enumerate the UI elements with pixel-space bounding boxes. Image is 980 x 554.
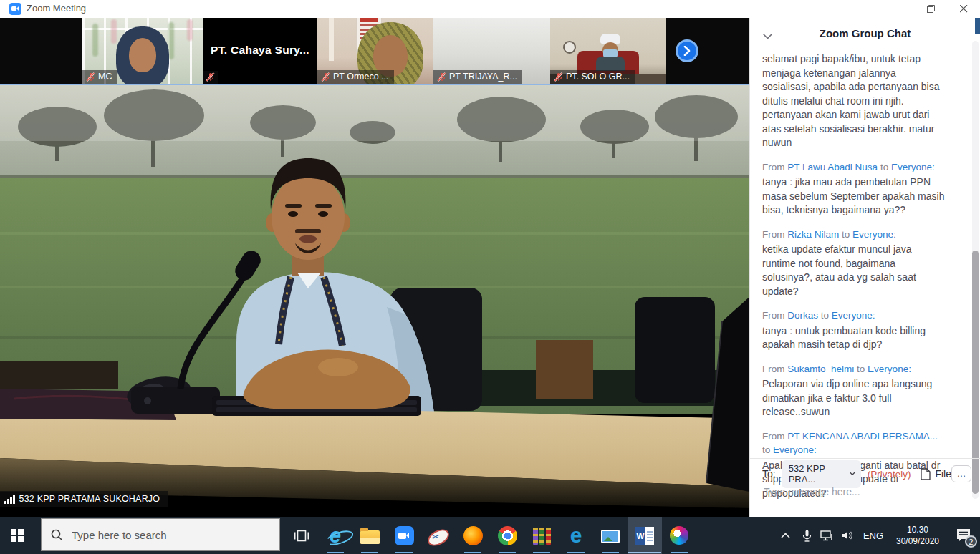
taskbar-app-snipping-tool[interactable] xyxy=(421,517,456,554)
participant-name-centered: PT. Cahaya Sury... xyxy=(203,44,317,57)
taskbar-app-paint-3d[interactable] xyxy=(662,517,696,554)
file-explorer-icon xyxy=(360,530,380,544)
sender-name[interactable]: Dorkas xyxy=(787,310,818,321)
more-options-button[interactable]: … xyxy=(951,465,971,482)
taskbar-app-word[interactable]: W xyxy=(628,517,662,554)
chat-scrollbar-thumb[interactable] xyxy=(972,251,979,494)
internet-explorer-icon: e xyxy=(330,526,341,545)
taskbar-app-file-explorer[interactable] xyxy=(352,517,387,554)
zoom-app-icon xyxy=(9,3,21,15)
chevron-down-icon xyxy=(850,472,855,476)
photos-icon xyxy=(601,530,620,543)
word-icon: W xyxy=(635,527,654,545)
chat-message: From Dorkas to Everyone: tanya : untuk p… xyxy=(762,308,947,352)
taskbar-app-zoom[interactable] xyxy=(387,517,421,554)
restore-button[interactable] xyxy=(914,0,947,18)
notification-badge: 2 xyxy=(965,535,977,548)
muted-mic-icon xyxy=(321,72,330,82)
chat-message: From PT Lawu Abadi Nusa to Everyone: tan… xyxy=(762,160,947,218)
tray-time: 10.30 xyxy=(896,524,939,535)
chat-message: From Sukamto_helmi to Everyone: Pelapora… xyxy=(762,362,947,419)
participant-tile-trijaya[interactable]: PT TRIJAYA_R... xyxy=(433,18,550,84)
edge-icon: e xyxy=(570,526,582,545)
chat-message-input[interactable] xyxy=(762,485,966,498)
windows-logo-icon xyxy=(11,529,24,542)
chevron-right-icon xyxy=(683,46,691,56)
sender-name[interactable]: Sukamto_helmi xyxy=(787,364,854,374)
file-icon xyxy=(921,468,931,480)
close-button[interactable] xyxy=(947,0,980,18)
participant-thumbnail-strip: MC PT. Cahaya Sury... PT Ormeco ... xyxy=(0,18,749,84)
taskbar-app-internet-explorer[interactable]: e xyxy=(318,517,352,554)
participant-tile-ormeco[interactable]: PT Ormeco ... xyxy=(317,18,433,84)
network-icon xyxy=(820,530,833,541)
taskbar-search-box[interactable] xyxy=(41,518,280,551)
sender-name[interactable]: PT Lawu Abadi Nusa xyxy=(787,162,878,172)
tray-network[interactable] xyxy=(817,517,837,554)
taskbar-app-chrome[interactable] xyxy=(490,517,524,554)
window-title-bar: Zoom Meeting xyxy=(0,0,980,18)
zoom-icon xyxy=(395,526,414,545)
taskbar-app-winrar[interactable] xyxy=(524,517,559,554)
snipping-tool-icon xyxy=(425,526,452,550)
muted-mic-icon xyxy=(86,72,95,82)
chat-panel: Zoom Group Chat selamat pagi bapak/ibu, … xyxy=(749,18,980,517)
recipient-name[interactable]: Everyone: xyxy=(773,444,817,455)
start-button[interactable] xyxy=(0,517,34,554)
tray-clock[interactable]: 10.3030/09/2020 xyxy=(888,517,947,554)
privately-label: (Privately) xyxy=(868,469,911,480)
windows-taskbar: e e W ENG 10.3030/09/2020 2 xyxy=(0,517,980,554)
action-center-button[interactable]: 2 xyxy=(947,517,980,554)
task-view-button[interactable] xyxy=(286,517,317,554)
file-button[interactable]: File xyxy=(921,468,951,480)
recipient-name[interactable]: Everyone: xyxy=(832,310,875,321)
microphone-icon xyxy=(802,530,812,542)
chat-message-list: selamat pagi bapak/ibu, untuk tetap menj… xyxy=(762,52,947,510)
tray-language[interactable]: ENG xyxy=(858,517,888,554)
to-label: To: xyxy=(762,468,776,480)
taskbar-app-edge[interactable]: e xyxy=(559,517,593,554)
participant-name-tag: PT TRIJAYA_R... xyxy=(433,70,522,84)
firefox-icon xyxy=(463,526,483,545)
main-speaker-video xyxy=(0,85,749,508)
participant-name-tag: PT Ormeco ... xyxy=(317,70,394,84)
taskbar-app-photos[interactable] xyxy=(593,517,628,554)
tray-date: 30/09/2020 xyxy=(896,535,939,547)
chat-title: Zoom Group Chat xyxy=(750,27,980,39)
chevron-up-icon xyxy=(781,533,790,538)
participant-name-tag: MC xyxy=(82,70,117,84)
sender-name[interactable]: PT KENCANA ABADI BERSAMA... xyxy=(787,431,938,442)
participant-muted-tag xyxy=(203,71,218,84)
participant-tile-mc[interactable]: MC xyxy=(82,18,203,84)
muted-mic-icon xyxy=(206,72,215,82)
minimize-button[interactable] xyxy=(881,0,914,18)
chat-message: From Rizka Nilam to Everyone: ketika upd… xyxy=(762,228,947,299)
search-icon xyxy=(51,529,63,541)
recipient-name[interactable]: Everyone: xyxy=(868,364,911,374)
participant-name-tag: PT. SOLO GR... xyxy=(550,70,635,84)
system-tray: ENG 10.3030/09/2020 2 xyxy=(773,517,980,554)
tray-microphone[interactable] xyxy=(797,517,817,554)
signal-bars-icon xyxy=(4,495,15,504)
recipient-name[interactable]: Everyone: xyxy=(891,162,935,172)
participant-tile-solo[interactable]: PT. SOLO GR... xyxy=(550,18,666,84)
search-input[interactable] xyxy=(70,528,252,542)
recipient-name[interactable]: Everyone: xyxy=(852,229,896,240)
window-title: Zoom Meeting xyxy=(27,3,86,14)
chat-header: Zoom Group Chat xyxy=(750,24,980,44)
recipient-dropdown[interactable]: 532 KPP PRA... xyxy=(782,460,861,488)
task-view-icon xyxy=(294,530,309,542)
muted-mic-icon xyxy=(554,72,563,82)
speaker-icon xyxy=(842,530,854,540)
taskbar-app-firefox[interactable] xyxy=(456,517,490,554)
sender-name[interactable]: Rizka Nilam xyxy=(787,229,839,240)
meeting-video-area: MC PT. Cahaya Sury... PT Ormeco ... xyxy=(0,18,749,517)
participant-tile-cahaya[interactable]: PT. Cahaya Sury... xyxy=(203,18,317,84)
composer-divider xyxy=(750,458,980,459)
scrollbar-top-accent xyxy=(975,18,980,34)
tray-chevron-up[interactable] xyxy=(773,517,797,554)
tray-volume[interactable] xyxy=(837,517,858,554)
next-participants-button[interactable] xyxy=(676,39,698,62)
chat-composer-row: To: 532 KPP PRA... (Privately) File … xyxy=(762,465,971,483)
main-speaker-name-tag: 532 KPP PRATAMA SUKOHARJO xyxy=(0,491,168,507)
